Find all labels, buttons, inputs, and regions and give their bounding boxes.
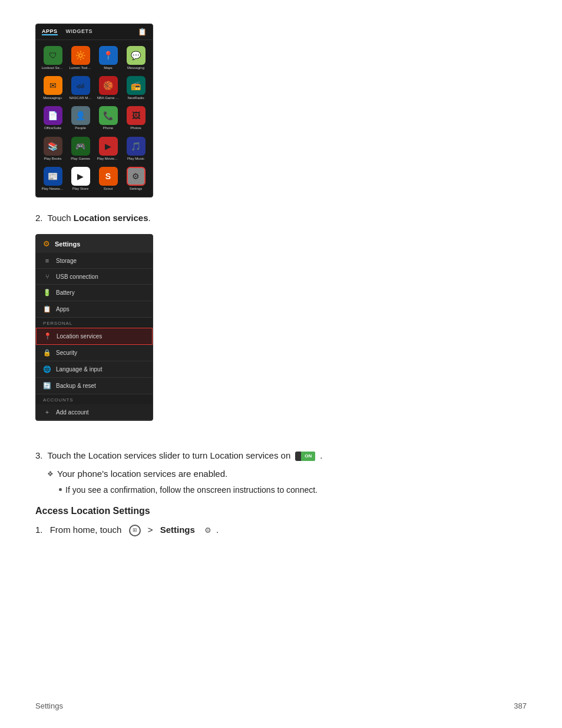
app-icon-playbooks: 📚 bbox=[44, 137, 62, 156]
app-label: NBA Game Ti... bbox=[97, 96, 120, 100]
step2-bold: Location services bbox=[74, 213, 148, 223]
personal-section-header: PERSONAL bbox=[36, 318, 153, 328]
app-label: Scout bbox=[104, 187, 113, 191]
backup-label: Backup & reset bbox=[56, 383, 96, 389]
settings-title: Settings bbox=[55, 241, 80, 248]
settings-gear-icon: ⚙ bbox=[43, 239, 50, 248]
battery-label: Battery bbox=[56, 289, 75, 296]
app-grid: 🛡 Lookout Secu... 🔆 Lumen Toolbar 📍 Maps… bbox=[36, 40, 153, 197]
app-item: 🏎 NASCAR Mob... bbox=[67, 74, 94, 103]
app-icon-settings: ⚙ bbox=[127, 167, 146, 186]
settings-item-security: 🔒 Security bbox=[36, 345, 153, 361]
settings-screen: ⚙ Settings ≡ Storage ⑂ USB connection 🔋 … bbox=[35, 234, 153, 421]
sub-bullet-confirmation: If you see a confirmation, follow the on… bbox=[59, 484, 527, 496]
app-icon-nba: 🏀 bbox=[99, 76, 118, 95]
sub-bullet-text: If you see a confirmation, follow the on… bbox=[65, 484, 318, 496]
app-label: Play Newssta... bbox=[42, 187, 64, 191]
app-icon-phone: 📞 bbox=[99, 106, 118, 125]
apps-tab: APPS bbox=[42, 28, 58, 35]
app-item: 📻 NextRadio bbox=[123, 74, 149, 103]
page-footer: Settings 387 bbox=[35, 701, 527, 710]
phone-screen: APPS WIDGETS 📋 🛡 Lookout Secu... 🔆 Lumen… bbox=[35, 24, 153, 197]
bullet1-text: Your phone's location services are enabl… bbox=[57, 467, 227, 481]
step2-instruction: 2. Touch Location services. bbox=[35, 212, 527, 225]
settings-list: ≡ Storage ⑂ USB connection 🔋 Battery 📋 A… bbox=[36, 253, 153, 420]
app-icon-maps: 📍 bbox=[99, 46, 118, 65]
app-item: 📍 Maps bbox=[95, 44, 121, 73]
app-icon-nascar: 🏎 bbox=[71, 76, 90, 95]
step1-access-line: 1. From home, touch ⊞ > Settings ⚙. bbox=[35, 523, 527, 537]
settings-item-addaccount: + Add account bbox=[36, 404, 153, 420]
settings-item-storage: ≡ Storage bbox=[36, 253, 153, 269]
language-label: Language & input bbox=[56, 366, 102, 373]
step1-settings-bold: Settings bbox=[160, 523, 195, 537]
on-slider: ON bbox=[295, 452, 315, 461]
battery-icon: 🔋 bbox=[43, 289, 51, 297]
app-label: Maps bbox=[104, 66, 113, 70]
app-icon-playmovies: ▶ bbox=[99, 137, 118, 156]
app-item: ✉ Messaging+ bbox=[39, 74, 66, 103]
app-label: Settings bbox=[130, 187, 143, 191]
step3-container: 3. Touch the Location services slider to… bbox=[35, 449, 527, 463]
app-label: Lumen Toolbar bbox=[70, 66, 92, 70]
app-label: Messaging+ bbox=[43, 96, 62, 100]
storage-label: Storage bbox=[56, 258, 77, 264]
app-icon-playstore: ▶ bbox=[71, 167, 90, 186]
usb-label: USB connection bbox=[56, 274, 98, 280]
app-item: 🏀 NBA Game Ti... bbox=[95, 74, 121, 103]
step1-arrow: > bbox=[148, 523, 153, 537]
usb-icon: ⑂ bbox=[43, 273, 51, 280]
app-label: People bbox=[75, 126, 86, 130]
settings-item-backup: 🔄 Backup & reset bbox=[36, 378, 153, 394]
slider-off-part bbox=[295, 455, 301, 457]
bullet-section: ❖ Your phone's location services are ena… bbox=[47, 467, 527, 497]
app-item: 💬 Messaging bbox=[123, 44, 149, 73]
app-icon-people: 👤 bbox=[71, 106, 90, 125]
app-icon-playgames: 🎮 bbox=[71, 137, 90, 156]
app-label: NASCAR Mob... bbox=[70, 96, 92, 100]
app-item: 🎵 Play Music bbox=[123, 134, 149, 163]
step3-text: Touch the Location services slider to tu… bbox=[48, 449, 291, 463]
app-grid-screenshot: APPS WIDGETS 📋 🛡 Lookout Secu... 🔆 Lumen… bbox=[35, 24, 527, 197]
location-label: Location services bbox=[57, 333, 102, 340]
settings-item-location: 📍 Location services bbox=[36, 328, 153, 345]
app-label: Play Games bbox=[71, 157, 90, 161]
step2-number: 2. bbox=[35, 213, 43, 223]
add-icon: + bbox=[43, 409, 51, 416]
step3-number: 3. bbox=[35, 449, 43, 463]
app-item: 📄 OfficeSuite bbox=[39, 104, 66, 133]
phone-header: APPS WIDGETS 📋 bbox=[36, 24, 153, 40]
app-icon-photos: 🖼 bbox=[127, 106, 146, 125]
footer-left: Settings bbox=[35, 701, 63, 710]
phone-tabs: APPS WIDGETS bbox=[42, 28, 92, 35]
step1-number: 1. bbox=[35, 523, 43, 537]
footer-right: 387 bbox=[514, 701, 527, 710]
app-label: Play Movies &... bbox=[97, 157, 120, 161]
app-item: 📞 Phone bbox=[95, 104, 121, 133]
app-icon-messagingplus: ✉ bbox=[44, 76, 62, 95]
step1-prefix: From home, touch bbox=[50, 523, 122, 537]
step2-text: Touch bbox=[48, 213, 74, 223]
slider-on-part: ON bbox=[301, 452, 315, 461]
app-label: OfficeSuite bbox=[44, 126, 61, 130]
app-item: 🎮 Play Games bbox=[67, 134, 94, 163]
app-item: S Scout bbox=[95, 164, 121, 193]
app-icon-messaging: 💬 bbox=[127, 46, 146, 65]
security-icon: 🔒 bbox=[43, 349, 51, 357]
app-label: Play Music bbox=[127, 157, 144, 161]
app-label: Phone bbox=[103, 126, 113, 130]
security-label: Security bbox=[56, 350, 77, 356]
app-label: Lookout Secu... bbox=[42, 66, 64, 70]
settings-screenshot: ⚙ Settings ≡ Storage ⑂ USB connection 🔋 … bbox=[35, 234, 527, 435]
storage-icon: ≡ bbox=[43, 257, 51, 264]
app-label: NextRadio bbox=[127, 96, 144, 100]
settings-item-battery: 🔋 Battery bbox=[36, 285, 153, 301]
app-icon-officesuite: 📄 bbox=[44, 106, 62, 125]
settings-item-language: 🌐 Language & input bbox=[36, 361, 153, 378]
app-item: 🔆 Lumen Toolbar bbox=[67, 44, 94, 73]
step2-period: . bbox=[148, 213, 151, 223]
apps-icon: 📋 bbox=[43, 305, 51, 313]
settings-item-usb: ⑂ USB connection bbox=[36, 269, 153, 285]
app-item: ⚙ Settings bbox=[123, 164, 149, 193]
app-label: Play Books bbox=[44, 157, 61, 161]
